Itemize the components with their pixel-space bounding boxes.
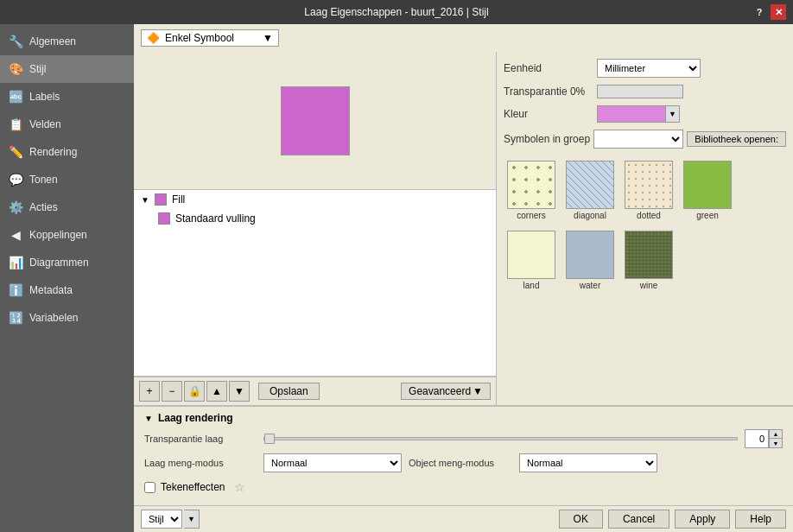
pattern-diagonal[interactable]: diagonal [562,157,618,224]
star-button[interactable]: ☆ [231,478,250,497]
spin-down-button[interactable]: ▼ [770,439,782,447]
sublayer-standaard[interactable]: Standaard vulling [134,209,496,228]
pattern-wine[interactable]: wine [621,227,676,294]
move-down-button[interactable]: ▼ [229,381,250,402]
rendering-transparantie-input[interactable] [745,429,769,448]
algemeen-icon: 🔧 [7,33,24,50]
pattern-corners[interactable]: corners [504,157,559,224]
advanced-button[interactable]: Geavanceerd ▼ [401,383,491,400]
color-dropdown-button[interactable]: ▼ [666,105,680,123]
add-layer-button[interactable]: + [139,381,160,402]
rendering-title: Laag rendering [158,412,233,424]
move-up-button[interactable]: ▲ [206,381,227,402]
pattern-thumb-land [507,231,555,279]
symbol-dropdown-label: Enkel Symbool [165,32,234,44]
eenheid-select[interactable]: Millimeter Pixel Point [597,59,701,78]
color-swatch[interactable] [597,105,666,123]
stijl-dropdown-button[interactable]: ▼ [184,510,200,529]
cancel-button[interactable]: Cancel [608,510,669,529]
sidebar-item-label: Diagrammen [29,256,89,269]
symbolen-select[interactable] [593,130,683,149]
sidebar-item-diagrammen[interactable]: 📊 Diagrammen [0,249,134,276]
transparency-bar[interactable] [597,85,683,98]
sidebar-item-velden[interactable]: 📋 Velden [0,111,134,138]
transparantie-label: Transparantie 0% [504,86,590,98]
object-modus-label: Object meng-modus [409,458,512,468]
footer-left: Stijl ▼ [141,510,200,529]
eenheid-label: Eenheid [504,62,590,74]
koppelingen-icon: ◀ [7,226,24,244]
velden-icon: 📋 [7,116,24,133]
sidebar-item-tonen[interactable]: 💬 Tonen [0,166,134,193]
color-row: ▼ [597,105,680,123]
tekeneffecten-checkbox[interactable] [144,482,155,493]
spin-up-button[interactable]: ▲ [770,430,782,439]
layer-fill[interactable]: ▼ Fill [134,190,496,209]
object-modus-select[interactable]: Normaal Multiply Screen Overlay [519,453,657,472]
sidebar-item-koppelingen[interactable]: ◀ Koppelingen [0,221,134,249]
sublayer-color-swatch [158,212,170,225]
pattern-land[interactable]: land [504,227,559,294]
rendering-transparantie-slider[interactable] [263,437,738,440]
sidebar-item-rendering[interactable]: ✏️ Rendering [0,138,134,166]
symbol-selector-row: 🔶 Enkel Symbool ▼ [134,24,793,52]
sidebar-item-stijl[interactable]: 🎨 Stijl [0,55,134,83]
symbol-dropdown-icon: 🔶 [147,32,160,44]
sidebar-item-acties[interactable]: ⚙️ Acties [0,193,134,221]
symbol-dropdown[interactable]: 🔶 Enkel Symbool ▼ [141,29,279,47]
layer-color-swatch [155,193,167,206]
layers-area: ▼ Fill Standaard vulling [134,190,496,377]
pattern-label-land: land [523,281,540,290]
pattern-dotted[interactable]: dotted [621,157,676,224]
ok-button[interactable]: OK [559,510,603,529]
help-button[interactable]: ? [752,4,767,20]
pattern-thumb-corners [507,161,555,209]
transparantie-row: Transparantie 0% [504,85,786,98]
advanced-arrow-icon: ▼ [473,385,483,397]
pattern-water[interactable]: water [562,227,618,294]
labels-icon: 🔤 [7,88,24,105]
layer-toolbar: + − 🔒 ▲ ▼ Opslaan Geavanceerd ▼ [134,377,496,405]
sidebar-item-label: Tonen [29,174,58,186]
library-button[interactable]: Bibliotheek openen: [687,131,786,147]
window-title: Laag Eigenschappen - buurt_2016 | Stijl [41,6,752,18]
pattern-label-wine: wine [640,281,658,290]
sidebar-item-variabelen[interactable]: 🔢 Variabelen [0,304,134,332]
pattern-thumb-diagonal [566,161,614,209]
pattern-label-corners: corners [517,211,545,220]
chevron-down-icon: ▼ [263,32,273,44]
preview-box [281,86,350,155]
sublayer-label: Standaard vulling [175,212,256,225]
save-button[interactable]: Opslaan [258,383,320,400]
modus-select[interactable]: Normaal Multiply Screen Overlay [263,453,402,472]
diagrammen-icon: 📊 [7,254,24,271]
help-footer-button[interactable]: Help [735,510,786,529]
right-panel: Eenheid Millimeter Pixel Point Transpara… [497,52,793,405]
sidebar: 🔧 Algemeen 🎨 Stijl 🔤 Labels 📋 Velden ✏️ … [0,24,134,532]
kleur-label: Kleur [504,108,590,120]
advanced-label: Geavanceerd [409,385,471,397]
remove-layer-button[interactable]: − [162,381,182,402]
sidebar-item-labels[interactable]: 🔤 Labels [0,83,134,111]
close-button[interactable]: ✕ [771,4,786,20]
pattern-thumb-green [683,161,732,209]
apply-button[interactable]: Apply [675,510,730,529]
title-bar-buttons: ? ✕ [752,4,786,20]
kleur-row: Kleur ▼ [504,105,786,123]
sidebar-item-metadata[interactable]: ℹ️ Metadata [0,276,134,304]
stijl-select[interactable]: Stijl [141,510,182,529]
sidebar-item-algemeen[interactable]: 🔧 Algemeen [0,28,134,55]
lock-layer-button[interactable]: 🔒 [184,381,205,402]
style-main: ▼ Fill Standaard vulling + − 🔒 [134,52,793,405]
rendering-section: ▼ Laag rendering Transparantie laag ▲ ▼ … [134,405,793,505]
footer-right: OK Cancel Apply Help [559,510,786,529]
eenheid-row: Eenheid Millimeter Pixel Point [504,59,786,78]
pattern-thumb-dotted [625,161,673,209]
sidebar-item-label: Metadata [29,284,73,296]
pattern-grid: corners diagonal dotted green [504,154,786,297]
pattern-green[interactable]: green [680,157,735,224]
variabelen-icon: 🔢 [7,309,24,326]
rendering-transparantie-row: Transparantie laag ▲ ▼ [144,429,783,448]
metadata-icon: ℹ️ [7,282,24,299]
modus-row: Laag meng-modus Normaal Multiply Screen … [144,453,783,472]
